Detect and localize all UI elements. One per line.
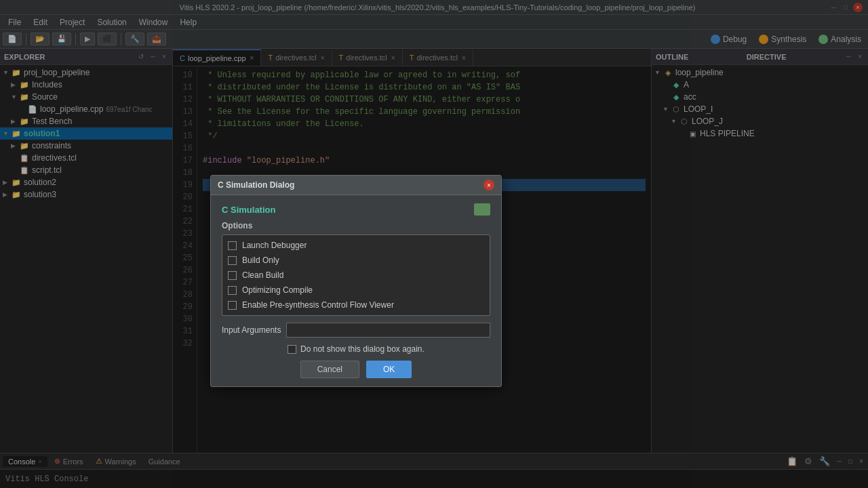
checkbox-presynthesis-viewer[interactable]: [228, 301, 237, 310]
label-build-only: Build Only: [242, 256, 279, 265]
input-args-field[interactable]: [286, 323, 490, 338]
option-row-presynthesis-viewer: Enable Pre-synthesis Control Flow Viewer: [222, 298, 490, 312]
options-header: Options: [222, 221, 490, 230]
dialog-section-label: C Simulation: [222, 205, 275, 215]
dialog-titlebar: C Simulation Dialog ×: [211, 176, 501, 195]
checkbox-no-show[interactable]: [288, 345, 296, 354]
label-optimizing-compile: Optimizing Compile: [242, 285, 313, 295]
checkbox-optimizing-compile[interactable]: [228, 286, 237, 295]
input-args-label: Input Arguments: [222, 325, 281, 335]
options-box: Launch Debugger Build Only Clean Build O…: [222, 235, 490, 316]
input-args-row: Input Arguments: [222, 323, 490, 338]
ok-button[interactable]: OK: [366, 361, 412, 378]
no-show-row: Do not show this dialog box again.: [222, 344, 490, 354]
csim-dialog: C Simulation Dialog × C Simulation Optio…: [210, 175, 502, 387]
option-row-clean-build: Clean Build: [222, 268, 490, 283]
dialog-buttons: Cancel OK: [222, 361, 490, 378]
option-row-optimizing-compile: Optimizing Compile: [222, 283, 490, 298]
option-row-build-only: Build Only: [222, 253, 490, 268]
dialog-overlay: C Simulation Dialog × C Simulation Optio…: [0, 0, 868, 488]
no-show-label: Do not show this dialog box again.: [300, 344, 425, 354]
label-presynthesis-viewer: Enable Pre-synthesis Control Flow Viewer: [242, 300, 394, 310]
checkbox-build-only[interactable]: [228, 256, 237, 265]
dialog-body: C Simulation Options Launch Debugger Bui…: [211, 195, 501, 386]
dialog-close-button[interactable]: ×: [484, 180, 494, 190]
option-row-launch-debugger: Launch Debugger: [222, 238, 490, 253]
checkbox-clean-build[interactable]: [228, 271, 237, 280]
label-clean-build: Clean Build: [242, 270, 283, 280]
label-launch-debugger: Launch Debugger: [242, 241, 307, 250]
checkbox-launch-debugger[interactable]: [228, 241, 237, 250]
csim-icon: [474, 203, 490, 216]
dialog-section-title: C Simulation: [222, 203, 490, 216]
dialog-title: C Simulation Dialog: [218, 180, 294, 190]
cancel-button[interactable]: Cancel: [300, 361, 359, 378]
